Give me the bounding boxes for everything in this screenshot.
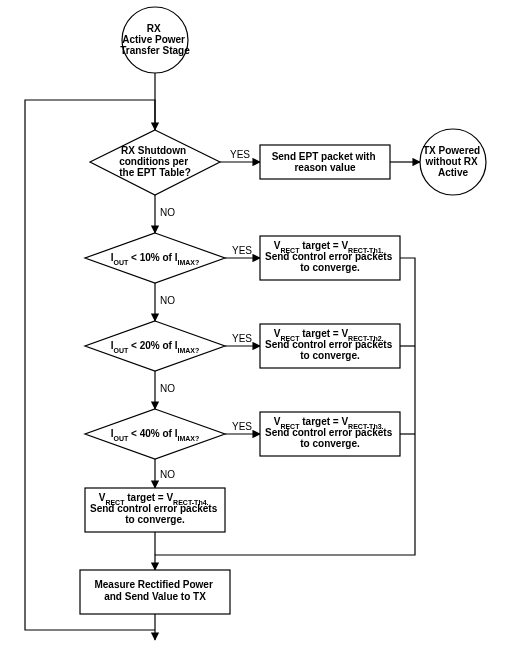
label-yes-2: YES [232, 245, 252, 256]
label-no-1: NO [160, 207, 175, 218]
node-p_th1: VRECT target = VRECT-Th1. Send control e… [260, 236, 400, 280]
label-no-3: NO [160, 383, 175, 394]
node-p_th3: VRECT target = VRECT-Th3. Send control e… [260, 412, 400, 456]
svg-text:Measure Rectified Power
      : Measure Rectified Power and Send Value t… [94, 579, 215, 602]
node-d_10: IOUT < 10% of IIMAX? [85, 233, 225, 283]
node-p_th2: VRECT target = VRECT-Th2. Send control e… [260, 324, 400, 368]
node-start: RX Active Power Transfer Stage [120, 7, 190, 73]
node-d_20: IOUT < 20% of IIMAX? [85, 321, 225, 371]
label-no-4: NO [160, 469, 175, 480]
node-p_meas: Measure Rectified Power and Send Value t… [80, 570, 230, 614]
node-d_40: IOUT < 40% of IIMAX? [85, 409, 225, 459]
label-yes-4: YES [232, 421, 252, 432]
label-no-2: NO [160, 295, 175, 306]
svg-text:RX Shutdown
      conditions p: RX Shutdown conditions per the EPT Table… [119, 145, 191, 178]
label-yes-3: YES [232, 333, 252, 344]
node-d_ept: RX Shutdown conditions per the EPT Table… [90, 130, 220, 195]
node-end_tx: TX Powered without RX Active [420, 129, 486, 195]
node-p_ept: Send EPT packet with reason value [260, 145, 390, 179]
node-p_th4: VRECT target = VRECT-Th4. Send control e… [85, 488, 225, 532]
label-yes-1: YES [230, 149, 250, 160]
